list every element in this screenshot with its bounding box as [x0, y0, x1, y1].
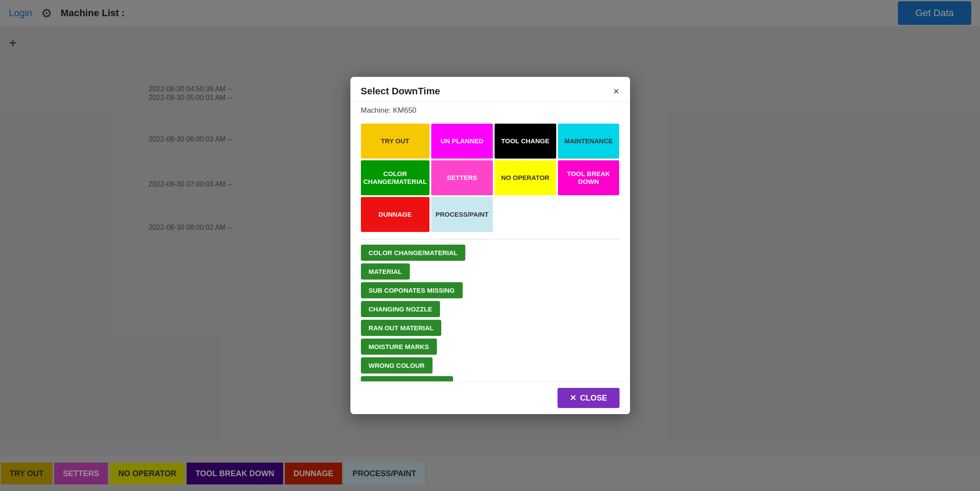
- close-modal-button[interactable]: ✕ CLOSE: [558, 388, 619, 408]
- modal-machine-label: Machine: KM650: [350, 102, 630, 119]
- modal-header: Select DownTime ×: [350, 77, 630, 102]
- sub-item-button[interactable]: SUB COPONATES MISSING: [361, 282, 463, 298]
- modal-title: Select DownTime: [361, 86, 440, 97]
- sub-item-button[interactable]: CHANGING NOZZLE: [361, 301, 440, 317]
- category-button-setters[interactable]: SETTERS: [431, 160, 493, 195]
- sub-item-button[interactable]: MATERIAL: [361, 263, 410, 280]
- modal-overlay: Select DownTime × Machine: KM650 TRY OUT…: [0, 0, 980, 491]
- sub-items-list: COLOR CHANGE/MATERIALMATERIALSUB COPONAT…: [361, 245, 620, 381]
- modal-divider: [361, 239, 620, 239]
- sub-item-button[interactable]: MOISTURE MARKS: [361, 339, 437, 355]
- modal-close-button[interactable]: ×: [613, 86, 619, 97]
- sub-item-button[interactable]: WRONG COLOUR: [361, 357, 433, 373]
- modal-footer: ✕ CLOSE: [350, 381, 630, 414]
- category-button-process-paint[interactable]: PROCESS/PAINT: [431, 197, 493, 232]
- sub-item-button[interactable]: NO MATERIAL/PIGMENT: [361, 376, 454, 381]
- category-button-no-operator[interactable]: NO OPERATOR: [495, 160, 556, 195]
- modal-body: TRY OUTUN PLANNEDTOOL CHANGEMAINTENANCEC…: [350, 119, 630, 381]
- category-button-tool-change[interactable]: TOOL CHANGE: [495, 124, 556, 159]
- category-button-color-change[interactable]: COLOR CHANGE/MATERIAL: [361, 160, 430, 195]
- category-button-dunnage[interactable]: DUNNAGE: [361, 197, 430, 232]
- category-grid: TRY OUTUN PLANNEDTOOL CHANGEMAINTENANCEC…: [361, 124, 620, 232]
- category-button-un-planned[interactable]: UN PLANNED: [431, 124, 493, 159]
- sub-item-button[interactable]: COLOR CHANGE/MATERIAL: [361, 245, 466, 261]
- category-button-tool-breakdown[interactable]: TOOL BREAK DOWN: [558, 160, 620, 195]
- modal: Select DownTime × Machine: KM650 TRY OUT…: [350, 77, 630, 414]
- category-button-maintenance[interactable]: MAINTENANCE: [558, 124, 620, 159]
- close-btn-label: CLOSE: [580, 394, 607, 403]
- close-x-icon: ✕: [570, 393, 576, 403]
- category-button-try-out[interactable]: TRY OUT: [361, 124, 430, 159]
- sub-item-button[interactable]: RAN OUT MATERIAL: [361, 320, 442, 336]
